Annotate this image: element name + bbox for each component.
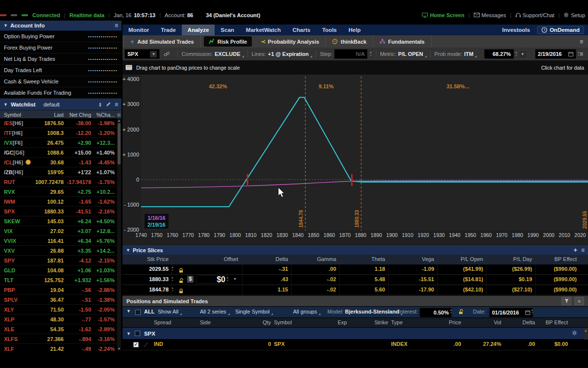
watchlist-row[interactable]: /GC[G6]1088.6+15.00+1.40% (0, 148, 122, 158)
watchlist-row[interactable]: /ZB[H6]159'05+1'22+1.07% (0, 167, 122, 177)
column-header-bp-effect[interactable]: BP Effect (546, 319, 568, 325)
filter-show-all[interactable]: Show All (158, 309, 178, 315)
account-selector[interactable]: 34 (Daniel's Account) (206, 12, 260, 18)
chevron-down-icon[interactable]: ▼ (126, 309, 131, 314)
risk-profile-chart[interactable]: 1844.781880.332029.5542.32%9.11%31.58%..… (122, 75, 588, 246)
tab-analyze[interactable]: Analyze (182, 25, 215, 35)
column-header-vega[interactable]: Vega (422, 256, 434, 262)
account-info-row[interactable]: Forex Buying Power•••••••••••••• (0, 42, 122, 53)
chevron-down-icon[interactable]: ▼ (519, 51, 526, 57)
watchlist-row[interactable]: IWM100.12-1.65-1.62% (0, 197, 122, 207)
chevron-down-icon[interactable]: ▼ (233, 277, 237, 281)
tab-help[interactable]: Help (343, 25, 367, 35)
setup-button[interactable]: Setup (564, 12, 585, 18)
tab-trade[interactable]: Trade (155, 25, 182, 35)
add-simulated-trades-button[interactable]: + Add Simulated Trades (123, 35, 201, 48)
tab-tools[interactable]: Tools (316, 25, 343, 35)
gear-icon[interactable] (117, 113, 121, 117)
watchlist-stepper[interactable]: ▲▼ (98, 102, 102, 107)
positions-column-headers[interactable]: SpreadSideQtySymbolExpStrikeTypePriceVol… (122, 318, 588, 327)
menu-button[interactable]: ≡ (574, 297, 584, 305)
column-header-qty[interactable]: Qty (263, 319, 271, 325)
scroll-down-icon[interactable]: ▼ (117, 347, 121, 350)
fundamentals-button[interactable]: Fundamentals (373, 35, 432, 48)
watchlist-row[interactable]: VVIX116.41+6.34+5.76% (0, 236, 122, 246)
watchlist-row[interactable]: XLE54.35-1.62-2.89% (0, 324, 122, 334)
watchlist-scrollbar[interactable]: ▲ ▼ (117, 118, 121, 351)
watchlist-row[interactable]: /CL[H6]30.68-1.43-4.45% (0, 158, 122, 167)
support-chat-button[interactable]: Support/Chat (515, 12, 555, 18)
watchlist-row[interactable]: RUT1007.72478-17.94178-1.75% (0, 177, 122, 187)
account-info-header[interactable]: ▼ Account Info ≡ (0, 21, 122, 31)
ondemand-button[interactable]: OnDemand (537, 26, 584, 34)
symbol-input[interactable]: SPX▼ (124, 49, 160, 59)
filter-series[interactable]: All 2 series (200, 309, 226, 315)
interest-input[interactable]: 0.50% (419, 308, 452, 317)
account-info-row[interactable]: Cash & Sweep Vehicle•••••••••••••• (0, 76, 122, 87)
watchlist-row[interactable]: /ES[H6]1876.50-38.00-1.98% (0, 118, 122, 128)
thinkback-button[interactable]: thinkBack (326, 35, 373, 48)
window-control-green[interactable] (22, 14, 28, 16)
filter-groups[interactable]: All groups (293, 309, 317, 315)
menu-icon[interactable]: ≡ (115, 23, 118, 28)
positions-date-input[interactable]: 01/16/2016 (489, 308, 533, 317)
menu-icon[interactable]: ≡ (580, 52, 583, 56)
watchlist-row[interactable]: GLD104.08+1.06+1.03% (0, 265, 122, 275)
chevron-down-icon[interactable]: ▼ (126, 331, 131, 336)
probability-stepper[interactable]: +− (515, 52, 517, 56)
menu-icon[interactable]: ≡ (115, 102, 118, 107)
watchlist-header[interactable]: ▼ Watchlist default ▲▼ ≡ (0, 99, 122, 110)
watchlist-row[interactable]: TLT125.752+1.932+1.56% (0, 275, 122, 285)
positions-detail-row[interactable]: ✓ IND0SPXINDEX.0027.24%.00$0.00 (122, 340, 588, 350)
offset-stepper[interactable]: +− (226, 277, 228, 282)
col-symbol[interactable]: Symbol (4, 112, 38, 118)
column-header-p-l-open[interactable]: P/L Open (461, 256, 483, 262)
watchlist-row[interactable]: VIX27.02+3.07+12.8... (0, 226, 122, 236)
risk-chart-svg[interactable]: 1844.781880.332029.5542.32%9.11%31.58%..… (122, 75, 588, 246)
row-checkbox[interactable]: ✓ (133, 342, 139, 347)
select-all-checkbox[interactable] (135, 310, 141, 315)
watchlist-name-select[interactable]: default (44, 102, 60, 107)
watchlist-row[interactable]: XLY71.50-1.50-2.05% (0, 305, 122, 315)
price-slice-row[interactable]: 1880.33+−$$0+−▼.43-.025.48-15.51($14.81)… (122, 275, 588, 285)
col-pct-change[interactable]: %Cha... (97, 112, 115, 118)
calendar-icon[interactable] (525, 310, 530, 315)
prob-mode-setting[interactable]: Prob mode: ITM (434, 51, 473, 57)
account-info-row[interactable]: Day Trades Left•••••••••••••• (0, 65, 122, 76)
probability-input[interactable]: 68.27% (484, 49, 514, 59)
menu-icon[interactable]: ≡ (580, 39, 583, 44)
account-info-row[interactable]: Net Liq & Day Trades•••••••••••••• (0, 53, 122, 65)
unlock-icon[interactable] (178, 277, 185, 286)
interest-stepper[interactable]: +− (450, 309, 452, 314)
watchlist-row[interactable]: /VX[F6]26.475+2.90+12.3... (0, 138, 122, 148)
investools-link[interactable]: Investools (502, 27, 530, 33)
column-header-vol[interactable]: Vol (494, 319, 501, 325)
unlock-icon[interactable] (458, 309, 465, 315)
watchlist-row[interactable]: SPY187.81-4.12-2.15% (0, 256, 122, 265)
model-setting[interactable]: Model: Bjerksund-Stensland (327, 309, 399, 315)
lock-icon[interactable] (178, 287, 184, 296)
price-slice-row[interactable]: 2029.55+−-.31.001.18-1.09($41.99)($26.99… (122, 264, 588, 275)
positions-group-row[interactable]: ▼ SPX (122, 328, 588, 339)
watchlist-row[interactable]: /TF[H6]1008.3-12.20-1.20% (0, 128, 122, 138)
column-header-strike[interactable]: Strike (374, 319, 388, 325)
menu-icon[interactable]: ≡ (581, 248, 585, 253)
window-control-red[interactable] (0, 14, 6, 16)
scroll-up-icon[interactable]: ▲ (584, 329, 588, 332)
column-header-theta[interactable]: Theta (371, 256, 385, 262)
tab-scan[interactable]: Scan (215, 25, 240, 35)
link-icon[interactable] (164, 52, 169, 56)
column-header-p-l-day[interactable]: P/L Day (513, 256, 532, 262)
price-slices-header[interactable]: ▼ Price Slices + ≡ (122, 245, 588, 255)
chevron-down-icon[interactable]: ▼ (3, 23, 8, 28)
watchlist-row[interactable]: SKEW145.03+6.24+4.50% (0, 216, 122, 226)
add-slice-icon[interactable]: + (573, 246, 577, 254)
step-input[interactable]: N/A (334, 49, 368, 59)
chevron-down-icon[interactable]: ▼ (150, 51, 157, 57)
price-slices-column-headers[interactable]: Stk PriceOffsetDeltaGammaThetaVegaP/L Op… (122, 255, 588, 265)
watchlist-row[interactable]: PBP19.04-.56-2.86% (0, 285, 122, 295)
chevron-down-icon[interactable]: ▼ (3, 102, 8, 107)
watchlist-row[interactable]: XLP48.30-.77-1.57% (0, 315, 122, 324)
column-header-delta[interactable]: Delta (522, 319, 535, 325)
watchlist-row[interactable]: XLFS27.366-.894-3.16% (0, 334, 122, 344)
